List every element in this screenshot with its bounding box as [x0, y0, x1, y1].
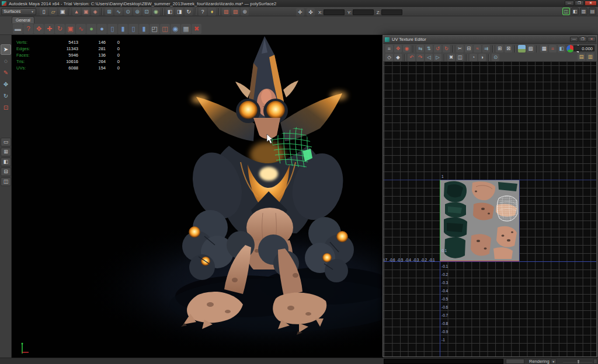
shade-uvs-icon[interactable]: ◧: [558, 45, 565, 52]
shelf-poly-stack-icon[interactable]: ▦: [181, 24, 191, 34]
lasso-select-tool-icon[interactable]: ◌: [1, 56, 11, 66]
rotate-selection-right-icon[interactable]: ↷: [416, 54, 424, 61]
uv-lattice-tool-icon[interactable]: ⌗: [385, 45, 393, 52]
bottom-field[interactable]: [506, 359, 524, 364]
uv-editor-canvas[interactable]: -0.7 -0.6 -0.5 -0.4 -0.3 -0.2 -0.1 -0.1: [384, 62, 596, 356]
texture-borders-icon[interactable]: ▧: [527, 45, 534, 52]
grid-display-icon[interactable]: ▦: [540, 45, 548, 52]
rotate-tool-icon[interactable]: ↻: [1, 91, 11, 102]
shelf-partition-icon[interactable]: ◫: [160, 24, 170, 34]
absolute-transform-icon[interactable]: ✛: [296, 8, 304, 16]
help-icon[interactable]: ?: [199, 8, 207, 16]
copy-uvs-icon[interactable]: ▤: [578, 53, 585, 61]
uv-shell-select-icon[interactable]: ◆: [394, 54, 402, 61]
channel-box-toggle[interactable]: ▥: [580, 8, 587, 15]
set-key-icon[interactable]: ♦: [208, 8, 216, 16]
shelf-curve-tool-icon[interactable]: ∿: [76, 24, 86, 34]
command-line-input[interactable]: [384, 359, 503, 364]
relative-transform-icon[interactable]: ✜: [307, 8, 315, 16]
shelf-help-icon[interactable]: ?: [23, 24, 33, 34]
maximize-button[interactable]: ❐: [575, 1, 584, 6]
select-tool-icon[interactable]: ➤: [1, 44, 11, 55]
rotate-uv-cw-icon[interactable]: ↻: [443, 45, 450, 52]
shelf-clapperboard-icon[interactable]: ▬: [13, 24, 23, 34]
shelf-fluid-3d-icon[interactable]: ▯: [128, 24, 138, 34]
uv-shells-texture-tile[interactable]: [440, 180, 519, 261]
select-object-icon[interactable]: ▣: [82, 8, 90, 16]
save-scene-icon[interactable]: ▣: [58, 8, 67, 16]
uv-snapshot-icon[interactable]: ◫: [456, 54, 464, 61]
cut-uv-edges-icon[interactable]: ✂: [456, 45, 464, 52]
dim-image-icon[interactable]: ◔: [470, 54, 477, 61]
sew-uv-edges-icon[interactable]: ≈: [474, 45, 481, 52]
snap-to-point-icon[interactable]: ⊙: [124, 8, 132, 16]
perspective-viewport[interactable]: Verts: 5413 146 0 Edges: 11343 281 0 Fac…: [12, 35, 383, 358]
bottom-end-button[interactable]: [593, 359, 597, 364]
uv-minimize-button[interactable]: —: [570, 37, 578, 42]
shelf-paint-sphere-icon[interactable]: ●: [86, 24, 96, 34]
minimize-button[interactable]: —: [565, 1, 574, 6]
move-tool-icon[interactable]: ✥: [1, 79, 11, 90]
open-scene-icon[interactable]: ▱: [49, 8, 57, 16]
uv-maximize-button[interactable]: ❐: [579, 37, 587, 42]
tool-settings-toggle[interactable]: ◧: [571, 8, 579, 15]
shelf-manip-move-icon[interactable]: ✚: [44, 24, 54, 34]
shelf-manip-scale-icon[interactable]: ▣: [65, 24, 75, 34]
layout-uvs-region-icon[interactable]: ⊠: [505, 45, 512, 52]
snap-to-curve-icon[interactable]: ∿: [114, 8, 123, 16]
shelf-manip-rotate-icon[interactable]: ↻: [55, 24, 65, 34]
view-image-icon[interactable]: ◑: [478, 54, 486, 61]
construction-history-icon[interactable]: ↻: [185, 8, 193, 16]
render-current-frame-icon[interactable]: ▨: [222, 8, 230, 16]
layout-four-pane-icon[interactable]: ⊞: [1, 148, 11, 156]
snap-to-view-plane-icon[interactable]: ⊡: [142, 8, 151, 16]
slider-thumb[interactable]: [577, 359, 580, 364]
uv-close-button[interactable]: ✕: [587, 37, 596, 42]
delete-uvs-icon[interactable]: ✖: [447, 54, 455, 61]
rotate-uv-ccw-icon[interactable]: ↺: [434, 45, 441, 52]
uv-smudge-tool-icon[interactable]: ◉: [403, 45, 411, 52]
make-live-icon[interactable]: ◉: [152, 8, 160, 16]
output-connections-icon[interactable]: ◨: [175, 8, 183, 16]
uv-editor-title-bar[interactable]: UV Texture Editor — ❐ ✕: [383, 36, 597, 44]
move-and-sew-icon[interactable]: ⇉: [482, 45, 490, 52]
display-image-icon[interactable]: [518, 45, 526, 52]
render-settings-icon[interactable]: ⊛: [241, 8, 249, 16]
align-u-min-icon[interactable]: ◁: [425, 54, 433, 61]
layout-hypershade-icon[interactable]: ◫: [1, 177, 11, 186]
uv-value-field[interactable]: 0.000: [573, 46, 594, 51]
shelf-fluid-2d-icon[interactable]: ▯: [107, 24, 117, 34]
layout-uvs-icon[interactable]: ⊞: [496, 45, 503, 52]
close-button[interactable]: ✕: [585, 1, 597, 6]
pixel-snap-icon[interactable]: ⌗: [549, 45, 557, 52]
ipr-render-icon[interactable]: ▧: [231, 8, 239, 16]
new-scene-icon[interactable]: ▯: [40, 8, 48, 16]
uv-select-icon[interactable]: ◇: [385, 54, 393, 61]
rotate-selection-left-icon[interactable]: ↶: [408, 54, 415, 61]
layout-persp-graph-icon[interactable]: ⊟: [1, 167, 11, 176]
z-input[interactable]: [381, 9, 402, 15]
layout-single-pane-icon[interactable]: ▭: [1, 138, 11, 146]
shelf-fluid-emitter-3d-icon[interactable]: ▮: [139, 24, 149, 34]
rendering-menu[interactable]: Rendering ▼: [529, 358, 557, 364]
shelf-fluid-emitter-2d-icon[interactable]: ▮: [118, 24, 128, 34]
shelf-tab-general[interactable]: General: [12, 16, 34, 23]
layout-persp-outliner-icon[interactable]: ◧: [1, 158, 11, 166]
flip-v-icon[interactable]: ⇅: [425, 45, 433, 52]
select-component-icon[interactable]: ◈: [91, 8, 99, 16]
select-hierarchy-icon[interactable]: ▲: [72, 8, 81, 16]
scale-tool-icon[interactable]: ⊡: [1, 103, 11, 113]
input-connections-icon[interactable]: ◧: [166, 8, 174, 16]
modeling-toolkit-toggle[interactable]: ▤: [589, 8, 596, 15]
attribute-editor-toggle[interactable]: ◫: [562, 8, 570, 15]
move-uv-shell-tool-icon[interactable]: ✥: [394, 45, 402, 52]
shelf-show-manipulator-icon[interactable]: ✥: [34, 24, 44, 34]
creature-model-render[interactable]: [12, 35, 383, 358]
y-input[interactable]: [353, 9, 374, 15]
paste-uvs-icon[interactable]: ▥: [586, 53, 594, 61]
menu-set-dropdown[interactable]: Surfaces ▼: [1, 8, 36, 15]
shelf-geometry-pair-icon[interactable]: ◉: [171, 24, 180, 34]
x-input[interactable]: [324, 9, 345, 15]
shelf-sphere-icon[interactable]: ●: [97, 24, 107, 34]
isolate-select-icon[interactable]: ⊙: [492, 54, 499, 61]
